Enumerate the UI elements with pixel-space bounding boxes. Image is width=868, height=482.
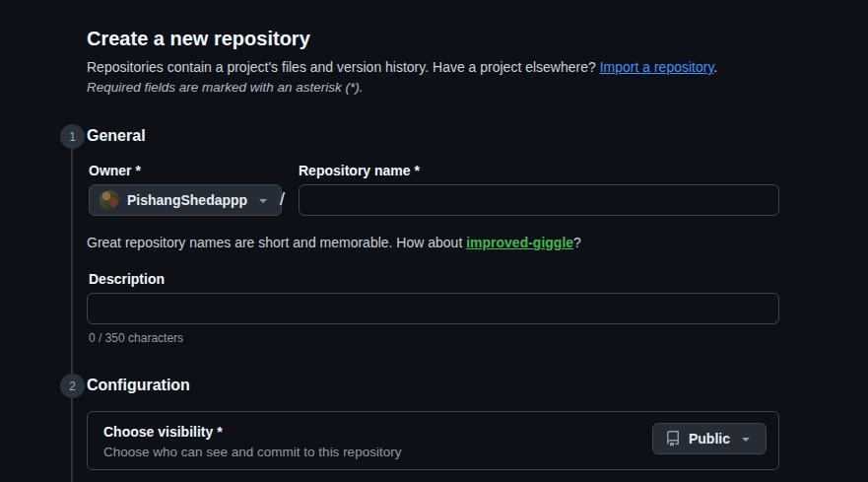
repo-icon: [665, 431, 681, 447]
intro-period: .: [713, 59, 717, 75]
repo-name-suggestion: Great repository names are short and mem…: [87, 235, 581, 250]
owner-repo-separator: /: [280, 189, 285, 210]
owner-select-button[interactable]: PishangShedappp: [89, 184, 282, 216]
repository-name-label: Repository name *: [299, 163, 420, 178]
owner-label: Owner *: [89, 163, 141, 178]
owner-avatar: [100, 190, 119, 210]
repository-name-input[interactable]: [299, 184, 779, 216]
visibility-select-label: Public: [689, 431, 730, 447]
intro-text: Repositories contain a project's files a…: [87, 59, 717, 75]
suggestion-suffix: ?: [573, 235, 581, 250]
description-input[interactable]: [87, 293, 779, 324]
visibility-select-button[interactable]: Public: [652, 423, 767, 454]
chevron-down-icon: [738, 431, 754, 447]
suggested-repo-name-link[interactable]: improved-giggle: [466, 235, 573, 250]
step-2-indicator: 2: [60, 374, 85, 398]
step-1-indicator: 1: [60, 124, 85, 149]
visibility-section: Choose visibility * Choose who can see a…: [87, 411, 779, 470]
step-1-number: 1: [69, 130, 76, 144]
choose-visibility-label: Choose visibility *: [103, 424, 223, 440]
page-title: Create a new repository: [87, 28, 310, 50]
choose-visibility-help: Choose who can see and commit to this re…: [103, 445, 401, 459]
owner-select-label: PishangShedappp: [127, 192, 247, 208]
description-label: Description: [89, 271, 165, 287]
general-heading: General: [87, 127, 146, 145]
create-repository-page: Create a new repository Repositories con…: [0, 0, 868, 482]
description-char-count: 0 / 350 characters: [89, 331, 183, 345]
import-repository-link[interactable]: Import a repository: [600, 59, 714, 75]
stepper-line: [71, 148, 73, 482]
required-fields-note: Required fields are marked with an aster…: [87, 80, 364, 95]
configuration-heading: Configuration: [87, 377, 190, 394]
suggestion-prefix: Great repository names are short and mem…: [87, 235, 466, 250]
step-2-number: 2: [69, 379, 76, 393]
intro-text-main: Repositories contain a project's files a…: [87, 59, 600, 75]
chevron-down-icon: [255, 192, 271, 208]
